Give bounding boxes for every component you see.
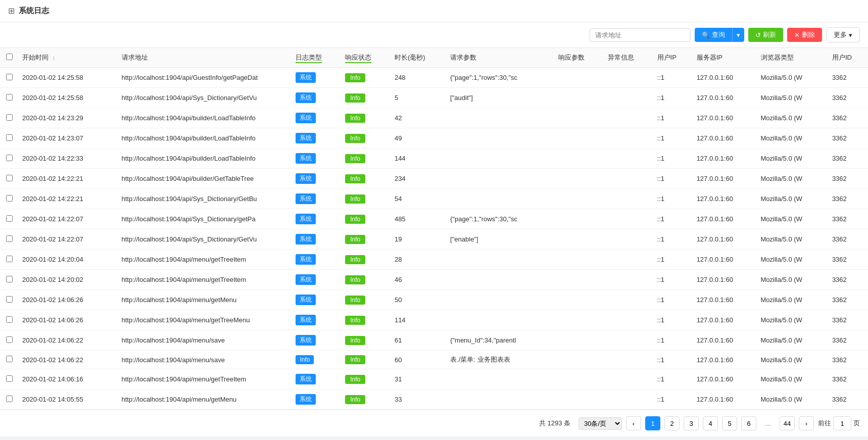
cell-server-ip: 127.0.0.1:60 [693, 290, 757, 310]
cell-response-status: Info [341, 290, 391, 310]
row-checkbox[interactable] [6, 134, 13, 141]
cell-request-params [446, 270, 554, 290]
row-checkbox[interactable] [6, 155, 13, 161]
cell-duration: 46 [391, 270, 446, 290]
cell-response-status: Info [341, 189, 391, 209]
cell-log-type: 系统 [292, 108, 341, 128]
table-header-response-params: 响应参数 [554, 48, 604, 68]
cell-duration: 61 [391, 330, 446, 351]
chevron-down-icon: ▾ [849, 31, 852, 39]
cell-server-ip: 127.0.0.1:60 [693, 310, 757, 330]
cell-response-status: Info [341, 250, 391, 270]
cell-exception-info [604, 369, 653, 389]
cell-exception-info [604, 209, 653, 229]
page-3-button[interactable]: 3 [684, 416, 699, 430]
cell-user-ip: ::1 [653, 229, 693, 250]
row-checkbox[interactable] [6, 356, 13, 362]
cell-start-time: 2020-01-02 14:20:04 [18, 250, 118, 270]
row-checkbox[interactable] [6, 316, 13, 323]
row-checkbox-cell [0, 88, 18, 108]
cell-user-id: 3362 [828, 169, 868, 189]
cell-response-status: Info [341, 128, 391, 149]
cell-start-time: 2020-01-02 14:06:26 [18, 310, 118, 330]
cell-start-time: 2020-01-02 14:25:58 [18, 68, 118, 88]
cell-user-ip: ::1 [653, 209, 693, 229]
cell-log-type: 系统 [292, 88, 341, 108]
page-4-button[interactable]: 4 [703, 416, 718, 430]
cell-user-ip: ::1 [653, 369, 693, 389]
table-row: 2020-01-02 14:22:21 http://localhost:190… [0, 189, 868, 209]
cell-response-params [554, 290, 604, 310]
row-checkbox[interactable] [6, 94, 13, 101]
cell-duration: 49 [391, 128, 446, 149]
refresh-button[interactable]: ↺ 刷新 [748, 28, 783, 42]
cell-duration: 5 [391, 88, 446, 108]
cell-start-time: 2020-01-02 14:06:22 [18, 351, 118, 369]
more-button[interactable]: 更多 ▾ [826, 27, 860, 42]
cell-response-params [554, 149, 604, 169]
search-input[interactable] [590, 28, 691, 42]
row-checkbox[interactable] [6, 375, 13, 382]
cell-request-url: http://localhost:1904/api/Sys_Dictionary… [118, 229, 292, 250]
table-row: 2020-01-02 14:22:33 http://localhost:190… [0, 149, 868, 169]
next-page-button[interactable]: › [799, 416, 814, 430]
cell-browser-type: Mozilla/5.0 (W [757, 108, 828, 128]
cell-request-params: ["enable"] [446, 229, 554, 250]
cell-duration: 28 [391, 250, 446, 270]
row-checkbox-cell [0, 290, 18, 310]
row-checkbox[interactable] [6, 256, 13, 262]
cell-exception-info [604, 310, 653, 330]
row-checkbox[interactable] [6, 296, 13, 303]
cell-user-ip: ::1 [653, 108, 693, 128]
row-checkbox[interactable] [6, 276, 13, 282]
cell-server-ip: 127.0.0.1:60 [693, 351, 757, 369]
cell-start-time: 2020-01-02 14:22:07 [18, 229, 118, 250]
cell-start-time: 2020-01-02 14:22:21 [18, 169, 118, 189]
cell-response-params [554, 369, 604, 389]
goto-page-input[interactable] [833, 416, 851, 430]
page-2-button[interactable]: 2 [664, 416, 680, 430]
query-dropdown-button[interactable]: ▾ [732, 28, 744, 42]
cell-response-params [554, 108, 604, 128]
page-size-select[interactable]: 30条/页 50条/页 100条/页 [578, 417, 622, 430]
table-header-response-status: 响应状态 [341, 48, 391, 68]
cell-response-params [554, 128, 604, 149]
query-button[interactable]: 🔍 查询 [695, 28, 732, 42]
row-checkbox-cell [0, 149, 18, 169]
row-checkbox[interactable] [6, 235, 13, 242]
select-all-checkbox[interactable] [6, 54, 13, 60]
cell-user-ip: ::1 [653, 330, 693, 351]
table-row: 2020-01-02 14:20:04 http://localhost:190… [0, 250, 868, 270]
refresh-icon: ↺ [755, 31, 761, 39]
cell-duration: 248 [391, 68, 446, 88]
row-checkbox[interactable] [6, 74, 13, 80]
prev-page-button[interactable]: ‹ [626, 416, 641, 430]
cell-start-time: 2020-01-02 14:22:07 [18, 209, 118, 229]
delete-button[interactable]: ✕ 删除 [787, 28, 822, 42]
table-header-start-time[interactable]: 开始时间 ↕ [18, 48, 118, 68]
page-1-button[interactable]: 1 [645, 416, 660, 430]
cell-start-time: 2020-01-02 14:22:33 [18, 149, 118, 169]
cell-browser-type: Mozilla/5.0 (W [757, 169, 828, 189]
cell-request-params: ["audit"] [446, 88, 554, 108]
cell-duration: 54 [391, 189, 446, 209]
row-checkbox[interactable] [6, 195, 13, 202]
cell-response-status: Info [341, 209, 391, 229]
table-header-user-id: 用户ID [828, 48, 868, 68]
row-checkbox[interactable] [6, 336, 13, 343]
page-5-button[interactable]: 5 [722, 416, 737, 430]
row-checkbox-cell [0, 189, 18, 209]
row-checkbox[interactable] [6, 175, 13, 181]
row-checkbox[interactable] [6, 215, 13, 222]
search-icon: 🔍 [702, 31, 710, 39]
cell-request-url: http://localhost:1904/api/menu/getTreeIt… [118, 250, 292, 270]
page-6-button[interactable]: 6 [741, 416, 756, 430]
cell-log-type: 系统 [292, 250, 341, 270]
cell-log-type: 系统 [292, 128, 341, 149]
row-checkbox[interactable] [6, 114, 13, 121]
cell-request-url: http://localhost:1904/api/menu/save [118, 351, 292, 369]
row-checkbox[interactable] [6, 396, 13, 402]
cell-user-ip: ::1 [653, 250, 693, 270]
cell-server-ip: 127.0.0.1:60 [693, 330, 757, 351]
page-44-button[interactable]: 44 [780, 416, 795, 430]
